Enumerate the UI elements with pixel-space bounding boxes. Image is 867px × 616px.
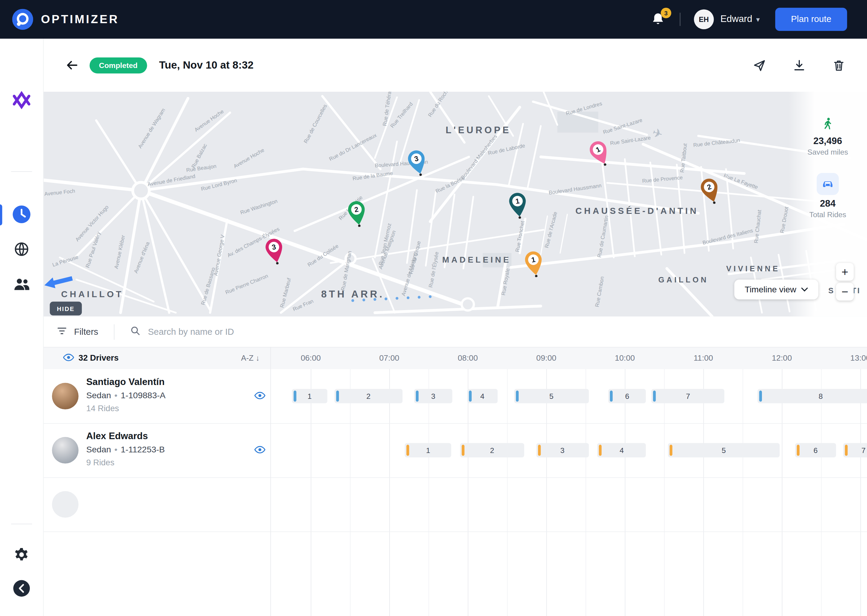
ride-segment[interactable]: 6 [608, 389, 646, 403]
search-input[interactable] [147, 326, 387, 338]
ride-number: 7 [861, 446, 865, 454]
ride-number: 3 [431, 392, 435, 400]
ride-number: 6 [625, 392, 629, 400]
sidebar-item-timeline[interactable] [12, 205, 31, 223]
driver-vehicle: Sedan•1-109883-A [87, 391, 166, 401]
ride-segment[interactable]: 6 [795, 443, 836, 457]
ride-number: 2 [366, 392, 370, 400]
ride-segment[interactable]: 5 [514, 389, 589, 403]
driver-rides: 9 Rides [87, 457, 114, 467]
driver-avatar [52, 491, 79, 518]
notifications-bell-icon[interactable]: 3 [651, 12, 666, 27]
driver-row[interactable]: Alex EdwardsSedan•1-112253-B9 Rides12345… [43, 423, 867, 478]
user-menu-chevron-down-icon[interactable]: ▾ [756, 15, 760, 24]
visibility-eye-icon[interactable] [63, 353, 74, 364]
map-area-label: GAILLON [658, 275, 709, 284]
stat-value: 284 [820, 198, 836, 209]
ride-segment[interactable]: 5 [668, 443, 779, 457]
user-name[interactable]: Edward [720, 14, 752, 25]
top-navbar: OPTIMIZER 3 EH Edward ▾ Plan route [0, 0, 867, 39]
notification-count-badge: 3 [661, 8, 672, 18]
map-area-label: VIVIENNE [726, 264, 780, 273]
filters-label[interactable]: Filters [74, 327, 98, 336]
status-badge: Completed [90, 57, 147, 73]
sort-control[interactable]: A-Z ↓ [241, 354, 260, 363]
ride-segment[interactable]: 7 [843, 443, 867, 457]
ride-segment[interactable]: 4 [467, 389, 498, 403]
app-root: OPTIMIZER 3 EH Edward ▾ Plan route [0, 0, 867, 616]
ride-segment[interactable]: 3 [536, 443, 589, 457]
hide-map-button[interactable]: HIDE [50, 302, 82, 316]
driver-name: Santiago Valentín [87, 377, 165, 388]
driver-name: Alex Edwards [87, 431, 148, 442]
collapse-circle-arrow-icon[interactable] [12, 579, 31, 598]
timeline-header: 32 Drivers A-Z ↓ 06:0007:0008:0009:0010:… [43, 347, 867, 369]
zoom-in-button[interactable]: + [836, 263, 854, 281]
stat-value: 23,496 [813, 136, 842, 147]
topbar-divider [679, 13, 681, 26]
back-button[interactable] [64, 57, 79, 73]
left-sidebar [0, 39, 44, 616]
ride-number: 4 [620, 446, 624, 454]
ride-segment[interactable]: 1 [405, 443, 451, 457]
ride-number: 3 [560, 446, 564, 454]
ride-segment[interactable]: 2 [334, 389, 402, 403]
ride-segment[interactable]: 3 [415, 389, 452, 403]
ride-number: 1 [426, 446, 430, 454]
map-area-label: L'EUROPE [446, 125, 511, 136]
filter-icon[interactable] [56, 325, 68, 338]
driver-avatar [52, 383, 79, 409]
search-icon [130, 325, 140, 338]
sidebar-item-drivers[interactable] [12, 275, 31, 294]
ride-number: 1 [307, 392, 312, 400]
sort-label: A-Z [241, 354, 254, 363]
map-area-label: 8TH ARR. [321, 289, 385, 300]
map-area-label: CHAUSSÉE-D'ANTIN [575, 206, 699, 216]
airport-icon: ✈ [651, 126, 664, 141]
time-label: 11:00 [694, 354, 713, 363]
sidebar-item-globe[interactable] [12, 240, 31, 258]
sort-arrow-icon: ↓ [255, 354, 260, 363]
row-eye-icon[interactable] [254, 391, 266, 401]
time-label: 12:00 [772, 354, 792, 363]
ride-segment[interactable]: 4 [597, 443, 646, 457]
user-avatar[interactable]: EH [694, 9, 714, 29]
ride-number: 2 [490, 446, 494, 454]
ride-segment[interactable]: 2 [460, 443, 525, 457]
map-edge-label: S [828, 286, 834, 295]
driver-rows: Santiago ValentínSedan•1-109883-A14 Ride… [43, 369, 867, 616]
stat-label: Total Rides [809, 211, 846, 219]
driver-vehicle: Sedan•1-112253-B [87, 445, 165, 455]
ride-segment[interactable]: 7 [651, 389, 725, 403]
map-area-label: CHAILLOT [61, 289, 123, 299]
delete-trash-icon[interactable] [831, 58, 846, 72]
stat-label: Saved miles [807, 148, 848, 156]
ride-number: 8 [818, 392, 823, 400]
ride-number: 7 [686, 392, 690, 400]
driver-row[interactable]: Santiago ValentínSedan•1-109883-A14 Ride… [43, 369, 867, 424]
route-header: Completed Tue, Nov 10 at 8:32 [43, 39, 867, 92]
plan-route-button[interactable]: Plan route [775, 8, 847, 31]
time-label: 09:00 [536, 354, 556, 363]
driver-rides: 14 Rides [87, 403, 119, 413]
download-icon[interactable] [792, 58, 806, 72]
send-icon[interactable] [752, 58, 766, 72]
ride-number: 6 [813, 446, 818, 454]
chevron-down-icon [801, 287, 808, 292]
stat-saved-miles: 23,496 Saved miles [807, 117, 848, 156]
settings-gear-icon[interactable] [12, 545, 31, 564]
ride-segment[interactable]: 8 [757, 389, 867, 403]
ride-number: 5 [549, 392, 553, 400]
map[interactable]: ✈ Avenue de WagramAvenue HocheAvenue Hoc… [43, 92, 867, 317]
ride-segment[interactable]: 1 [292, 389, 327, 403]
map-pin[interactable]: 1 [506, 191, 530, 220]
zoom-out-button[interactable]: − [836, 283, 854, 300]
sidebar-divider [11, 171, 32, 172]
timeline-view-dropdown[interactable]: Timeline view [734, 280, 818, 299]
walking-person-icon [821, 117, 834, 132]
time-label: 06:00 [301, 354, 321, 363]
driver-row[interactable] [43, 477, 867, 532]
time-label: 07:00 [379, 354, 399, 363]
column-divider [270, 347, 271, 616]
row-eye-icon[interactable] [254, 445, 266, 455]
